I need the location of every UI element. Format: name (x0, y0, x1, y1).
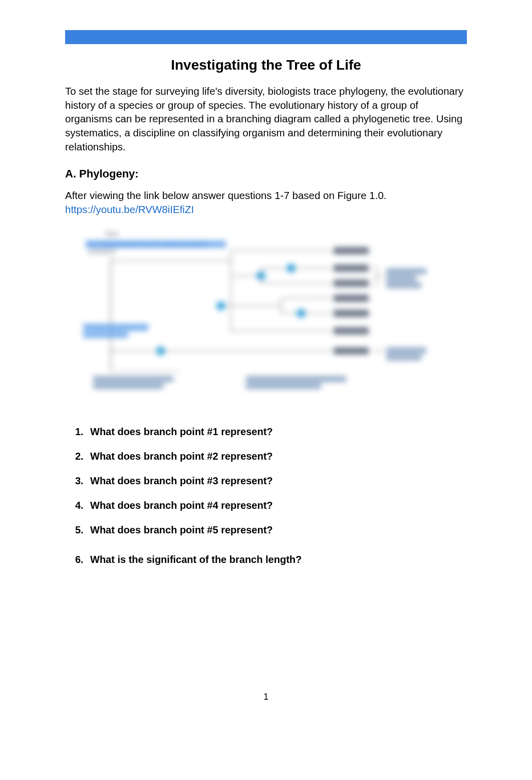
svg-rect-41 (386, 275, 416, 281)
question-6: 6. What is the significant of the branch… (75, 554, 467, 565)
question-3: 3. What does branch point #3 represent? (75, 475, 467, 487)
section-a-instruction: After viewing the link below answer ques… (65, 188, 467, 203)
svg-text:population: population (88, 248, 116, 254)
svg-rect-16 (334, 280, 369, 287)
svg-text:An unlabeled branch from commo: An unlabeled branch from common ancestra… (88, 241, 207, 247)
svg-rect-36 (93, 376, 173, 382)
document-page: Investigating the Tree of Life To set th… (0, 0, 532, 780)
svg-rect-38 (246, 376, 346, 382)
page-number: 1 (263, 692, 269, 702)
svg-rect-7 (334, 247, 369, 254)
svg-rect-22 (334, 295, 369, 302)
question-number: 4. (75, 500, 90, 511)
svg-rect-26 (334, 310, 369, 317)
svg-rect-42 (386, 282, 421, 288)
svg-rect-34 (83, 324, 148, 331)
header-bar (65, 30, 467, 44)
question-text: What does branch point #5 represent? (90, 524, 273, 536)
youtube-link[interactable]: https://youtu.be/RVW8iIEfiZI (65, 204, 194, 216)
question-number: 6. (75, 554, 90, 565)
svg-rect-46 (386, 354, 421, 360)
svg-rect-37 (93, 383, 163, 389)
svg-rect-45 (386, 347, 426, 353)
question-text: What is the significant of the branch le… (90, 554, 302, 565)
tree-svg: Root An unlabeled branch from common anc… (65, 226, 467, 396)
question-text: What does branch point #3 represent? (90, 475, 273, 487)
question-number: 2. (75, 451, 90, 462)
question-text: What does branch point #2 represent? (90, 451, 273, 462)
question-number: 1. (75, 426, 90, 438)
questions-list: 1. What does branch point #1 represent? … (65, 426, 467, 565)
svg-rect-39 (246, 383, 321, 389)
question-1: 1. What does branch point #1 represent? (75, 426, 467, 438)
question-number: 5. (75, 524, 90, 536)
svg-rect-14 (334, 265, 369, 272)
svg-rect-28 (334, 327, 369, 334)
phylogeny-diagram: Root An unlabeled branch from common anc… (65, 226, 467, 396)
section-a-heading: A. Phylogeny: (65, 167, 467, 180)
svg-rect-35 (83, 332, 128, 338)
svg-point-18 (216, 301, 225, 310)
page-title: Investigating the Tree of Life (65, 57, 467, 73)
question-2: 2. What does branch point #2 represent? (75, 451, 467, 462)
svg-rect-32 (334, 347, 369, 354)
root-label: Root (106, 231, 118, 237)
intro-paragraph: To set the stage for surveying life's di… (65, 84, 467, 153)
question-text: What does branch point #1 represent? (90, 426, 273, 438)
question-text: What does branch point #4 represent? (90, 500, 273, 511)
question-number: 3. (75, 475, 90, 487)
question-4: 4. What does branch point #4 represent? (75, 500, 467, 511)
svg-rect-40 (386, 268, 426, 274)
question-5: 5. What does branch point #5 represent? (75, 524, 467, 536)
